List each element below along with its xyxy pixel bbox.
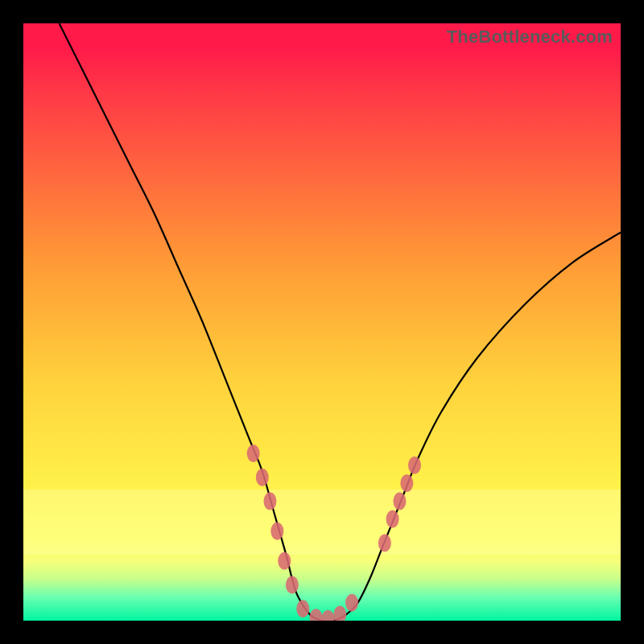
bottleneck-curve [60,23,621,621]
marker-dot [247,444,260,462]
marker-dot [400,474,413,492]
plot-area: TheBottleneck.com [23,23,621,621]
chart-frame: TheBottleneck.com [0,0,644,644]
marker-dot [393,493,406,510]
marker-dot [345,594,358,612]
marker-dot [286,576,299,593]
marker-dot [378,535,391,552]
marker-dot [333,606,346,621]
marker-dot [386,510,399,528]
marker-dot [321,610,334,621]
marker-dot [263,493,276,510]
marker-dot [310,609,323,621]
marker-dot [256,469,269,486]
marker-dot [296,600,309,617]
curve-layer [23,23,621,621]
marker-dot [278,552,291,570]
marker-dot [270,522,283,540]
marker-dot [408,456,421,474]
